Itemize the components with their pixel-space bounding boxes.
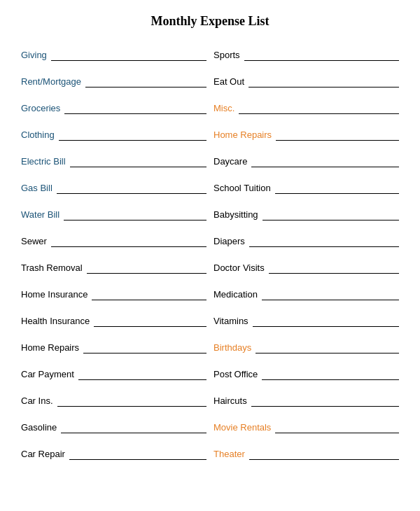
expense-label: Home Insurance <box>21 289 92 302</box>
expense-label: Sports <box>214 50 244 62</box>
expense-row: School Tuition <box>214 176 399 195</box>
expense-label: Home Repairs <box>21 342 83 355</box>
expense-label: Car Repair <box>21 449 69 461</box>
expense-label: Babysitting <box>214 209 262 222</box>
expense-row: Rent/Mortgage <box>21 69 206 89</box>
expense-input-line[interactable] <box>57 193 206 194</box>
expense-row: Post Office <box>214 362 399 382</box>
expense-input-line[interactable] <box>87 273 206 274</box>
expense-input-line[interactable] <box>249 246 399 247</box>
expense-label: Home Repairs <box>214 130 276 142</box>
expense-label: Vitamins <box>214 316 253 328</box>
expense-label: Rent/Mortgage <box>21 76 85 89</box>
expense-input-line[interactable] <box>61 433 206 433</box>
expense-row: Trash Removal <box>21 255 206 275</box>
expense-label: Theater <box>214 449 249 461</box>
expense-label: Movie Rentals <box>214 422 275 435</box>
expense-row: Home Repairs <box>21 335 206 355</box>
expense-row: Theater <box>214 442 399 461</box>
expense-input-line[interactable] <box>244 60 399 61</box>
expense-label: Medication <box>214 289 262 302</box>
expense-row: Daycare <box>214 149 399 169</box>
expense-input-line[interactable] <box>51 60 206 61</box>
expense-label: Post Office <box>214 369 262 382</box>
expense-label: Sewer <box>21 236 51 248</box>
expense-row: Electric Bill <box>21 149 206 169</box>
expense-input-line[interactable] <box>239 113 399 114</box>
expense-row: Health Insurance <box>21 309 206 328</box>
expense-label: Health Insurance <box>21 316 94 328</box>
expense-label: Gas Bill <box>21 183 57 195</box>
expense-label: Doctor Visits <box>214 262 269 275</box>
expense-label: Birthdays <box>214 342 255 355</box>
expense-row: Gasoline <box>21 415 206 435</box>
expense-input-line[interactable] <box>248 87 399 88</box>
expense-label: Groceries <box>21 103 64 115</box>
expense-input-line[interactable] <box>255 353 399 354</box>
expense-input-line[interactable] <box>70 167 206 167</box>
expense-row: Home Insurance <box>21 282 206 302</box>
expense-input-line[interactable] <box>262 300 399 300</box>
expense-row: Movie Rentals <box>214 415 399 435</box>
expense-input-line[interactable] <box>69 459 206 460</box>
expense-label: Misc. <box>214 103 239 115</box>
expense-row: Vitamins <box>214 309 399 328</box>
expense-row: Clothing <box>21 122 206 142</box>
expense-row: Car Ins. <box>21 388 206 408</box>
expense-input-line[interactable] <box>249 459 399 460</box>
page-title: Monthly Expense List <box>21 14 399 29</box>
expense-label: School Tuition <box>214 183 275 195</box>
expense-row: Gas Bill <box>21 176 206 195</box>
expense-input-line[interactable] <box>276 140 399 141</box>
expense-row: Car Payment <box>21 362 206 382</box>
expense-input-line[interactable] <box>51 246 206 247</box>
right-column: SportsEat OutMisc.Home RepairsDaycareSch… <box>214 43 399 468</box>
expense-row: Water Bill <box>21 202 206 222</box>
expense-grid: GivingRent/MortgageGroceriesClothingElec… <box>21 43 399 468</box>
expense-input-line[interactable] <box>251 406 399 407</box>
expense-input-line[interactable] <box>275 193 399 194</box>
expense-label: Clothing <box>21 130 59 142</box>
expense-row: Haircuts <box>214 388 399 408</box>
expense-label: Car Payment <box>21 369 78 382</box>
expense-input-line[interactable] <box>269 273 399 274</box>
expense-row: Medication <box>214 282 399 302</box>
expense-label: Trash Removal <box>21 262 87 275</box>
left-column: GivingRent/MortgageGroceriesClothingElec… <box>21 43 206 468</box>
expense-row: Eat Out <box>214 69 399 89</box>
expense-label: Daycare <box>214 156 251 169</box>
expense-input-line[interactable] <box>57 406 206 407</box>
expense-row: Diapers <box>214 229 399 248</box>
expense-input-line[interactable] <box>92 300 206 300</box>
expense-input-line[interactable] <box>85 87 206 88</box>
expense-input-line[interactable] <box>64 113 206 114</box>
expense-input-line[interactable] <box>64 220 206 220</box>
expense-input-line[interactable] <box>262 220 399 220</box>
expense-row: Babysitting <box>214 202 399 222</box>
expense-input-line[interactable] <box>94 326 206 327</box>
expense-row: Birthdays <box>214 335 399 355</box>
expense-label: Gasoline <box>21 422 61 435</box>
expense-label: Giving <box>21 50 51 62</box>
expense-input-line[interactable] <box>262 379 399 380</box>
expense-label: Car Ins. <box>21 396 57 408</box>
expense-row: Home Repairs <box>214 122 399 142</box>
expense-row: Sewer <box>21 229 206 248</box>
expense-input-line[interactable] <box>253 326 399 327</box>
expense-row: Groceries <box>21 96 206 115</box>
expense-input-line[interactable] <box>275 433 399 433</box>
expense-input-line[interactable] <box>59 140 206 141</box>
expense-row: Misc. <box>214 96 399 115</box>
expense-label: Eat Out <box>214 76 248 89</box>
expense-row: Giving <box>21 43 206 62</box>
expense-label: Electric Bill <box>21 156 70 169</box>
expense-row: Car Repair <box>21 442 206 461</box>
expense-input-line[interactable] <box>78 379 206 380</box>
expense-label: Diapers <box>214 236 249 248</box>
expense-label: Water Bill <box>21 209 64 222</box>
expense-row: Sports <box>214 43 399 62</box>
expense-input-line[interactable] <box>83 353 206 354</box>
expense-row: Doctor Visits <box>214 255 399 275</box>
expense-input-line[interactable] <box>251 167 399 167</box>
expense-label: Haircuts <box>214 396 251 408</box>
